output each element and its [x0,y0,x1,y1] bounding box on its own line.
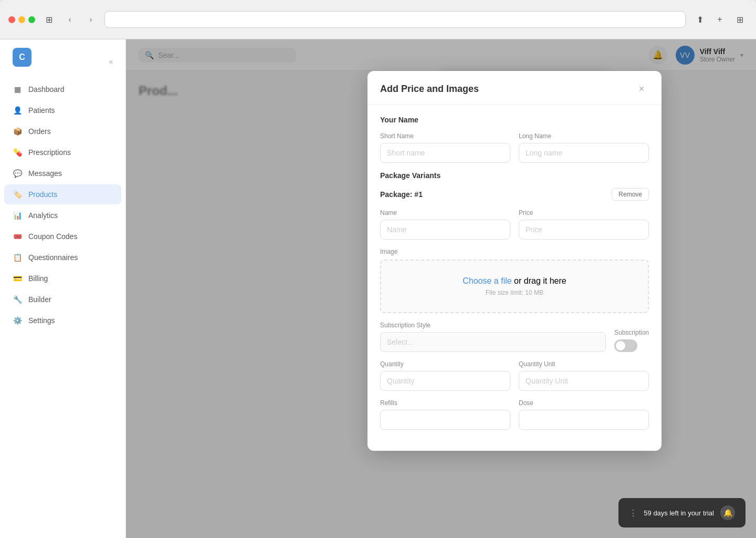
sidebar-item-label-orders: Orders [28,127,51,136]
sidebar-item-patients[interactable]: 👤 Patients [4,100,121,120]
short-name-group: Short Name [380,132,510,163]
long-name-input[interactable] [519,143,649,163]
package-label: Package: #1 [380,190,423,199]
modal-body: Your Name Short Name Long Name Package V… [368,105,662,451]
sidebar-item-dashboard[interactable]: ▦ Dashboard [4,79,121,99]
sidebar-item-billing[interactable]: 💳 Billing [4,268,121,288]
image-label: Image [380,248,649,255]
package-price-input[interactable] [519,220,649,240]
sidebar-item-label-dashboard: Dashboard [28,85,65,94]
sidebar-item-label-settings: Settings [28,316,55,325]
questionnaires-icon: 📋 [13,253,22,262]
modal-overlay[interactable]: Enter a NDC, UPC or Drug Name 🔍 Product … [126,39,756,538]
sidebar-item-label-patients: Patients [28,106,55,115]
subscription-style-label: Subscription Style [380,322,606,329]
modal-header: Add Price and Images × [368,71,662,105]
quantity-input[interactable] [380,371,510,391]
your-name-section-title: Your Name [380,116,649,124]
sidebar-item-questionnaires[interactable]: 📋 Questionnaires [4,247,121,267]
products-icon: 🏷️ [13,190,22,199]
sidebar-header: C « [0,48,125,75]
package-price-label: Price [519,209,649,216]
image-upload-or-text: or drag it here [512,276,566,285]
sidebar-item-label-coupon-codes: Coupon Codes [28,232,77,241]
sidebar-nav: ▦ Dashboard 👤 Patients 📦 Orders 💊 Prescr… [0,79,125,530]
browser-chrome: ⊞ ‹ › ⬆ + ⊞ [0,0,756,39]
trial-bell-button[interactable]: 🔔 [720,505,735,520]
subscription-toggle-label: Subscription [614,329,649,336]
orders-icon: 📦 [13,127,22,136]
billing-icon: 💳 [13,274,22,283]
image-upload-text: Choose a file or drag it here [392,276,637,286]
forward-button[interactable]: › [83,12,98,27]
maximize-button[interactable] [28,16,35,23]
modal-close-button[interactable]: × [634,81,649,96]
refills-input[interactable] [380,410,510,430]
trial-text: 59 days left in your trial [644,509,714,517]
subscription-toggle[interactable] [614,339,637,352]
sidebar-item-prescriptions[interactable]: 💊 Prescriptions [4,142,121,162]
refills-group: Refills [380,399,510,430]
package-name-group: Name [380,209,510,240]
long-name-label: Long Name [519,132,649,140]
package-section: Package: #1 Remove Name Price [380,188,649,430]
dose-input[interactable] [519,410,649,430]
quantity-label: Quantity [380,360,510,368]
image-size-hint: File size limit: 10 MB [392,289,637,296]
sidebar-item-label-analytics: Analytics [28,211,58,220]
package-price-group: Price [519,209,649,240]
sidebar-item-messages[interactable]: 💬 Messages [4,163,121,183]
add-price-images-modal: Add Price and Images × Your Name Short N… [368,71,662,451]
quantity-unit-label: Quantity Unit [519,360,649,368]
package-name-input[interactable] [380,220,510,240]
back-button[interactable]: ‹ [62,12,77,27]
sidebar-item-builder[interactable]: 🔧 Builder [4,289,121,309]
dashboard-icon: ▦ [13,85,22,94]
package-header: Package: #1 Remove [380,188,649,201]
messages-icon: 💬 [13,169,22,178]
browser-actions: ⬆ + ⊞ [692,12,748,27]
app-logo: C [13,48,32,67]
sidebar-item-label-builder: Builder [28,295,51,304]
modal-title: Add Price and Images [380,84,479,95]
minimize-button[interactable] [18,16,25,23]
share-button[interactable]: ⬆ [692,12,708,27]
patients-icon: 👤 [13,106,22,115]
dose-group: Dose [519,399,649,430]
trial-dots-icon: ⋮ [629,508,637,518]
sidebar-item-label-prescriptions: Prescriptions [28,148,71,157]
quantity-unit-input[interactable] [519,371,649,391]
subscription-style-select[interactable]: Select... [380,332,606,352]
sidebar-item-label-billing: Billing [28,274,48,283]
sidebar-item-products[interactable]: 🏷️ Products [4,184,121,204]
subscription-toggle-group: Subscription [614,329,649,352]
grid-button[interactable]: ⊞ [732,12,748,27]
new-tab-button[interactable]: + [712,12,728,27]
main-content: 🔍 Sear... 🔔 VV Viff Viff Store Owner ▾ P… [126,39,756,538]
prescriptions-icon: 💊 [13,148,22,157]
quantity-group: Quantity [380,360,510,391]
sidebar-collapse-button[interactable]: « [109,57,113,66]
sidebar-item-settings[interactable]: ⚙️ Settings [4,311,121,330]
remove-package-button[interactable]: Remove [612,188,649,201]
trial-banner: ⋮ 59 days left in your trial 🔔 [618,498,746,527]
short-name-label: Short Name [380,132,510,140]
sidebar-item-orders[interactable]: 📦 Orders [4,121,121,141]
sidebar-toggle-button[interactable]: ⊞ [41,12,56,27]
sidebar-item-label-messages: Messages [28,169,62,178]
sidebar-item-analytics[interactable]: 📊 Analytics [4,205,121,225]
close-button[interactable] [8,16,15,23]
name-form-row: Short Name Long Name [380,132,649,163]
traffic-lights [8,16,35,23]
coupon-codes-icon: 🎟️ [13,232,22,241]
short-name-input[interactable] [380,143,510,163]
address-bar[interactable] [104,11,686,28]
settings-icon: ⚙️ [13,316,22,325]
quantity-row: Quantity Quantity Unit [380,360,649,391]
image-upload-area[interactable]: Choose a file or drag it here File size … [380,260,649,313]
dose-label: Dose [519,399,649,407]
sidebar-item-coupon-codes[interactable]: 🎟️ Coupon Codes [4,226,121,246]
quantity-unit-group: Quantity Unit [519,360,649,391]
long-name-group: Long Name [519,132,649,163]
choose-file-link[interactable]: Choose a file [463,276,511,285]
